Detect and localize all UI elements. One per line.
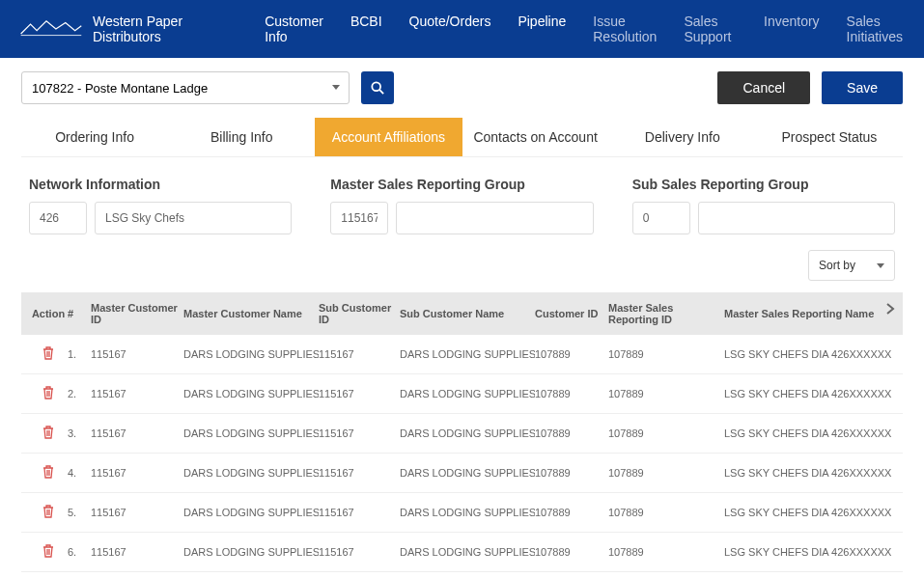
group-label: Network Information — [29, 177, 292, 192]
group-label: Sub Sales Reporting Group — [632, 177, 895, 192]
sub-code-input[interactable] — [632, 202, 690, 234]
save-button[interactable]: Save — [822, 71, 903, 104]
svg-point-0 — [372, 82, 380, 91]
nav-item-sales-support[interactable]: Sales Support — [684, 0, 737, 64]
sort-by-dropdown[interactable]: Sort by — [808, 250, 895, 281]
nav-item-sales-initiatives[interactable]: Sales Initiatives — [847, 0, 905, 64]
network-name-input[interactable] — [95, 202, 292, 234]
nav-item-bcbi[interactable]: BCBI — [350, 0, 382, 64]
nav-item-customer-info[interactable]: Customer Info — [265, 0, 323, 64]
cell-master-customer-name: DARS LODGING SUPPLIES E — [183, 427, 319, 439]
cell-master-sales-reporting-id: 107889 — [608, 427, 724, 439]
main-nav: Customer InfoBCBIQuote/OrdersPipelineIss… — [265, 0, 905, 64]
customer-dropdown[interactable] — [21, 71, 350, 104]
tab-prospect-status[interactable]: Prospect Status — [756, 118, 903, 156]
delete-icon[interactable] — [42, 548, 54, 560]
search-icon — [371, 81, 384, 95]
master-name-input[interactable] — [396, 202, 593, 234]
master-sales-group: Master Sales Reporting Group — [330, 177, 593, 234]
tab-delivery-info[interactable]: Delivery Info — [609, 118, 756, 156]
cell-master-customer-name: DARS LODGING SUPPLIES E — [183, 348, 319, 360]
cell-master-customer-id: 115167 — [91, 507, 183, 518]
cell-sub-customer-name: DARS LODGING SUPPLIES E — [400, 427, 535, 439]
table-row: 1.115167DARS LODGING SUPPLIES E115167DAR… — [21, 335, 903, 374]
affiliations-table: Action # Master Customer ID Master Custo… — [21, 292, 903, 578]
table-row: 2.115167DARS LODGING SUPPLIES E115167DAR… — [21, 374, 903, 414]
delete-icon[interactable] — [42, 390, 54, 401]
col-customer-id: Customer ID — [535, 308, 608, 319]
row-num: 6. — [68, 546, 91, 558]
table-row: 4.115167DARS LODGING SUPPLIES E115167DAR… — [21, 454, 903, 493]
nav-item-inventory[interactable]: Inventory — [764, 0, 820, 64]
cell-sub-customer-name: DARS LODGING SUPPLIES E — [400, 467, 535, 479]
group-label: Master Sales Reporting Group — [330, 177, 593, 192]
col-sub-customer-name: Sub Customer Name — [400, 308, 535, 319]
sort-label: Sort by — [819, 259, 855, 272]
cell-master-sales-reporting-id: 107889 — [608, 546, 724, 558]
cell-customer-id: 107889 — [535, 388, 608, 399]
cell-sub-customer-id: 115167 — [319, 388, 400, 399]
cell-customer-id: 107889 — [535, 467, 608, 479]
delete-icon[interactable] — [42, 469, 54, 481]
cell-sub-customer-id: 115167 — [319, 467, 400, 479]
scroll-right-icon[interactable] — [885, 302, 895, 317]
nav-item-quote-orders[interactable]: Quote/Orders — [409, 0, 491, 64]
nav-item-pipeline[interactable]: Pipeline — [518, 0, 566, 64]
table-body: 1.115167DARS LODGING SUPPLIES E115167DAR… — [21, 335, 903, 578]
cell-master-sales-reporting-name: LSG SKY CHEFS DIA 426XXXXXX — [724, 507, 895, 518]
table-row: 7.115167DARS LODGING SUPPLIES E115167DAR… — [21, 572, 903, 578]
col-sub-customer-id: Sub Customer ID — [319, 302, 400, 325]
tab-contacts-on-account[interactable]: Contacts on Account — [462, 118, 609, 156]
cancel-button[interactable]: Cancel — [717, 71, 810, 104]
delete-icon[interactable] — [42, 509, 54, 520]
tab-account-affiliations[interactable]: Account Affiliations — [315, 118, 462, 156]
cell-master-sales-reporting-name: LSG SKY CHEFS DIA 426XXXXXX — [724, 467, 895, 479]
network-code-input[interactable] — [29, 202, 87, 234]
col-num: # — [68, 308, 91, 319]
cell-master-customer-name: DARS LODGING SUPPLIES E — [183, 388, 319, 399]
cell-master-customer-id: 115167 — [91, 546, 183, 558]
master-code-input[interactable] — [330, 202, 388, 234]
cell-master-customer-id: 115167 — [91, 427, 183, 439]
brand-name: Western Paper Distributors — [93, 14, 226, 44]
reporting-groups: Network Information Master Sales Reporti… — [0, 157, 924, 244]
cell-customer-id: 107889 — [535, 507, 608, 518]
delete-icon[interactable] — [42, 429, 54, 441]
tab-ordering-info[interactable]: Ordering Info — [21, 118, 168, 156]
cell-master-customer-name: DARS LODGING SUPPLIES E — [183, 507, 319, 518]
col-action: Action — [29, 308, 68, 319]
cell-sub-customer-id: 115167 — [319, 546, 400, 558]
app-header: Western Paper Distributors Customer Info… — [0, 0, 924, 58]
row-num: 3. — [68, 427, 91, 439]
customer-tabs: Ordering InfoBilling InfoAccount Affilia… — [21, 118, 903, 157]
caret-down-icon — [332, 85, 340, 90]
nav-item-issue-resolution[interactable]: Issue Resolution — [593, 0, 657, 64]
col-master-customer-id: Master Customer ID — [91, 302, 183, 325]
row-num: 5. — [68, 507, 91, 518]
customer-select-input[interactable] — [21, 71, 350, 104]
cell-sub-customer-name: DARS LODGING SUPPLIES E — [400, 388, 535, 399]
toolbar: Cancel Save — [0, 58, 924, 118]
cell-sub-customer-name: DARS LODGING SUPPLIES E — [400, 507, 535, 518]
cell-master-customer-id: 115167 — [91, 388, 183, 399]
cell-customer-id: 107889 — [535, 427, 608, 439]
cell-master-customer-name: DARS LODGING SUPPLIES E — [183, 546, 319, 558]
row-num: 4. — [68, 467, 91, 479]
brand-logo: Western Paper Distributors — [19, 14, 226, 44]
sub-name-input[interactable] — [698, 202, 895, 234]
table-row: 3.115167DARS LODGING SUPPLIES E115167DAR… — [21, 414, 903, 454]
cell-sub-customer-id: 115167 — [319, 507, 400, 518]
cell-master-sales-reporting-id: 107889 — [608, 348, 724, 360]
cell-master-sales-reporting-id: 107889 — [608, 388, 724, 399]
row-num: 1. — [68, 348, 91, 360]
tab-billing-info[interactable]: Billing Info — [168, 118, 315, 156]
network-information-group: Network Information — [29, 177, 292, 234]
cell-sub-customer-name: DARS LODGING SUPPLIES E — [400, 546, 535, 558]
search-button[interactable] — [361, 71, 394, 104]
table-row: 5.115167DARS LODGING SUPPLIES E115167DAR… — [21, 493, 903, 533]
col-master-customer-name: Master Customer Name — [183, 308, 319, 319]
cell-master-customer-name: DARS LODGING SUPPLIES E — [183, 467, 319, 479]
delete-icon[interactable] — [42, 350, 54, 362]
cell-sub-customer-id: 115167 — [319, 427, 400, 439]
cell-customer-id: 107889 — [535, 546, 608, 558]
